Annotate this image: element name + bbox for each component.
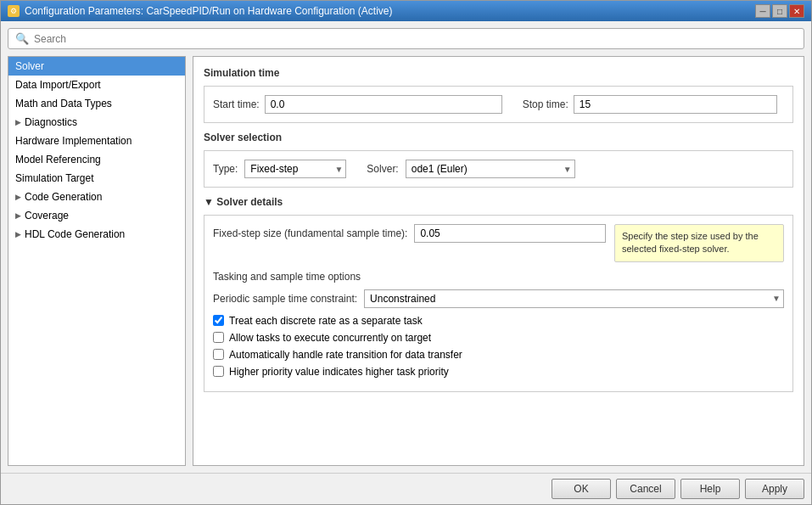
cancel-button[interactable]: Cancel: [616, 479, 675, 499]
sidebar-item-coverage[interactable]: ▶ Coverage: [8, 206, 185, 225]
checkbox-row-0: Treat each discrete rate as a separate t…: [213, 315, 784, 327]
sidebar-label-hdl: HDL Code Generation: [25, 228, 125, 240]
checkbox-treat-discrete-label: Treat each discrete rate as a separate t…: [229, 315, 423, 327]
checkbox-higher-priority-input[interactable]: [213, 366, 224, 377]
checkbox-row-3: Higher priority value indicates higher t…: [213, 366, 784, 378]
simulation-time-title: Simulation time: [204, 67, 793, 79]
checkbox-auto-handle-input[interactable]: [213, 349, 224, 360]
main-window: ⚙ Configuration Parameters: CarSpeedPID/…: [0, 0, 812, 505]
sidebar-item-math-data[interactable]: Math and Data Types: [8, 94, 185, 113]
sidebar-item-sim-target[interactable]: Simulation Target: [8, 169, 185, 188]
checkbox-row-2: Automatically handle rate transition for…: [213, 349, 784, 361]
solver-details-body: Fixed-step size (fundamental sample time…: [204, 215, 793, 392]
tooltip-text: Specify the step size used by the select…: [622, 231, 759, 254]
apply-button[interactable]: Apply: [745, 479, 804, 499]
main-panel: Solver Data Import/Export Math and Data …: [8, 56, 804, 466]
sidebar-item-model-ref[interactable]: Model Referencing: [8, 150, 185, 169]
solver-select[interactable]: ode1 (Euler) ode2 (Heun) ode3 (Bogacki) …: [406, 160, 575, 178]
main-content: Simulation time Start time: Stop time:: [193, 56, 804, 466]
stop-time-input[interactable]: [574, 95, 777, 114]
periodic-label: Periodic sample time constraint:: [213, 293, 357, 305]
solver-label: Solver:: [367, 163, 398, 175]
stop-time-label: Stop time:: [523, 98, 568, 110]
fixed-step-label: Fixed-step size (fundamental sample time…: [213, 227, 407, 239]
ok-button[interactable]: OK: [552, 479, 611, 499]
solver-selection-block: Type: Fixed-step Variable-step ▼ Solver:…: [204, 150, 793, 188]
sidebar-item-solver[interactable]: Solver: [8, 57, 185, 76]
sidebar-label-hardware-impl: Hardware Implementation: [15, 135, 132, 147]
sim-time-row: Start time: Stop time:: [213, 95, 784, 114]
fixed-step-input[interactable]: [414, 224, 606, 243]
search-icon: 🔍: [15, 32, 29, 45]
step-size-side: Fixed-step size (fundamental sample time…: [213, 224, 606, 251]
solver-details-label: ▼ Solver details: [204, 196, 283, 208]
sidebar-item-hardware-impl[interactable]: Hardware Implementation: [8, 132, 185, 150]
checkbox-auto-handle[interactable]: Automatically handle rate transition for…: [213, 349, 462, 361]
hdl-arrow-icon: ▶: [15, 230, 21, 238]
sidebar-label-diagnostics: Diagnostics: [25, 116, 77, 128]
type-select-wrapper: Fixed-step Variable-step ▼: [244, 160, 346, 178]
checkbox-allow-tasks[interactable]: Allow tasks to execute concurrently on t…: [213, 332, 431, 344]
step-size-row: Fixed-step size (fundamental sample time…: [213, 224, 606, 243]
minimize-button[interactable]: ─: [755, 4, 770, 18]
checkbox-higher-priority[interactable]: Higher priority value indicates higher t…: [213, 366, 449, 378]
checkbox-allow-tasks-input[interactable]: [213, 332, 224, 343]
window-title: Configuration Parameters: CarSpeedPID/Ru…: [25, 5, 393, 17]
solver-select-wrapper: ode1 (Euler) ode2 (Heun) ode3 (Bogacki) …: [406, 160, 575, 178]
bottom-bar: OK Cancel Help Apply: [1, 473, 811, 504]
periodic-select-wrapper: Unconstrained Specified Ensure sample ti…: [364, 289, 784, 308]
checkbox-allow-tasks-label: Allow tasks to execute concurrently on t…: [229, 332, 431, 344]
checkbox-treat-discrete[interactable]: Treat each discrete rate as a separate t…: [213, 315, 423, 327]
solver-row: Type: Fixed-step Variable-step ▼ Solver:…: [213, 160, 784, 178]
code-gen-arrow-icon: ▶: [15, 193, 21, 201]
start-time-input[interactable]: [265, 95, 502, 114]
type-select[interactable]: Fixed-step Variable-step: [244, 160, 346, 178]
periodic-select[interactable]: Unconstrained Specified Ensure sample ti…: [364, 289, 784, 308]
tasking-section: Tasking and sample time options Periodic…: [213, 271, 784, 378]
sidebar-label-model-ref: Model Referencing: [15, 154, 101, 166]
coverage-arrow-icon: ▶: [15, 211, 21, 220]
sidebar-item-code-gen[interactable]: ▶ Code Generation: [8, 188, 185, 206]
titlebar-buttons: ─ □ ✕: [755, 4, 804, 18]
content-area: 🔍 Solver Data Import/Export Math and Dat…: [1, 21, 811, 473]
checkbox-higher-priority-label: Higher priority value indicates higher t…: [229, 366, 449, 378]
sim-stop: Stop time:: [523, 95, 777, 114]
titlebar-left: ⚙ Configuration Parameters: CarSpeedPID/…: [8, 5, 393, 17]
solver-details-toggle[interactable]: ▼ Solver details: [204, 196, 793, 208]
sidebar-label-solver: Solver: [15, 60, 44, 72]
type-label: Type:: [213, 163, 238, 175]
titlebar: ⚙ Configuration Parameters: CarSpeedPID/…: [1, 1, 811, 21]
solver-selection-title: Solver selection: [204, 132, 793, 143]
app-icon: ⚙: [8, 5, 20, 17]
sidebar-label-sim-target: Simulation Target: [15, 172, 94, 184]
search-input[interactable]: [34, 33, 797, 45]
checkbox-auto-handle-label: Automatically handle rate transition for…: [229, 349, 462, 361]
maximize-button[interactable]: □: [772, 4, 787, 18]
sim-start: Start time:: [213, 95, 502, 114]
sidebar-item-data-import[interactable]: Data Import/Export: [8, 76, 185, 94]
sidebar-item-hdl[interactable]: ▶ HDL Code Generation: [8, 225, 185, 244]
periodic-row: Periodic sample time constraint: Unconst…: [213, 289, 784, 308]
search-bar: 🔍: [8, 28, 804, 49]
sidebar-label-code-gen: Code Generation: [25, 191, 102, 203]
tooltip-popup: Specify the step size used by the select…: [614, 224, 784, 262]
sidebar-label-math-data: Math and Data Types: [15, 98, 112, 109]
sidebar: Solver Data Import/Export Math and Data …: [8, 56, 186, 466]
checkbox-row-1: Allow tasks to execute concurrently on t…: [213, 332, 784, 344]
checkbox-treat-discrete-input[interactable]: [213, 315, 224, 326]
tasking-header: Tasking and sample time options: [213, 271, 784, 283]
sidebar-label-data-import: Data Import/Export: [15, 79, 101, 91]
sidebar-item-diagnostics[interactable]: ▶ Diagnostics: [8, 113, 185, 132]
simulation-time-block: Start time: Stop time:: [204, 86, 793, 123]
sidebar-label-coverage: Coverage: [25, 210, 69, 222]
start-time-label: Start time:: [213, 98, 260, 110]
help-button[interactable]: Help: [680, 479, 740, 499]
close-button[interactable]: ✕: [789, 4, 804, 18]
diagnostics-arrow-icon: ▶: [15, 118, 21, 126]
